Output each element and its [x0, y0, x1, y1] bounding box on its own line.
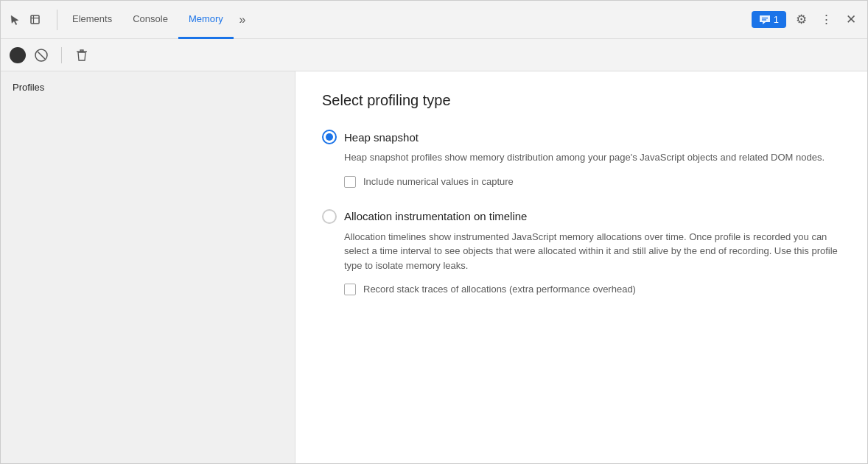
toolbar-right: 1 ⚙ ⋮ ✕ — [752, 10, 861, 30]
allocation-desc: Allocation timelines show instrumented J… — [344, 230, 841, 273]
allocation-option: Allocation instrumentation on timeline A… — [322, 209, 841, 297]
allocation-radio-row: Allocation instrumentation on timeline — [322, 209, 841, 224]
svg-line-6 — [38, 52, 45, 59]
heap-snapshot-suboption: Include numerical values in capture — [344, 175, 841, 189]
close-button[interactable]: ✕ — [841, 10, 861, 30]
allocation-label: Allocation instrumentation on timeline — [344, 210, 527, 222]
action-bar — [1, 39, 867, 71]
inspect-icon[interactable] — [27, 12, 43, 28]
feedback-button[interactable]: 1 — [752, 11, 786, 28]
clear-icon — [35, 49, 48, 62]
heap-snapshot-desc: Heap snapshot profiles show memory distr… — [344, 150, 841, 165]
heap-snapshot-radio[interactable] — [322, 130, 337, 144]
record-button[interactable] — [10, 47, 26, 63]
toolbar-left-icons — [7, 12, 52, 28]
numerical-values-checkbox[interactable] — [344, 176, 356, 188]
profiles-section-label: Profiles — [1, 71, 295, 103]
numerical-values-label: Include numerical values in capture — [363, 175, 514, 189]
feedback-icon — [759, 15, 771, 25]
allocation-radio[interactable] — [322, 209, 337, 224]
clear-button[interactable] — [32, 46, 51, 65]
content-panel: Select profiling type Heap snapshot Heap… — [295, 71, 867, 464]
settings-button[interactable]: ⚙ — [791, 10, 811, 30]
stack-traces-label: Record stack traces of allocations (extr… — [363, 283, 636, 296]
heap-snapshot-radio-row: Heap snapshot — [322, 130, 841, 144]
more-options-button[interactable]: ⋮ — [816, 10, 836, 30]
cursor-icon[interactable] — [7, 12, 23, 28]
allocation-suboption: Record stack traces of allocations (extr… — [344, 283, 841, 296]
tab-elements[interactable]: Elements — [62, 1, 122, 39]
heap-snapshot-label: Heap snapshot — [344, 131, 419, 144]
tab-memory[interactable]: Memory — [178, 1, 234, 39]
sidebar: Profiles — [1, 71, 295, 464]
stack-traces-checkbox[interactable] — [344, 284, 356, 295]
toolbar-divider-1 — [57, 10, 57, 30]
delete-icon — [76, 49, 88, 62]
svg-rect-0 — [31, 15, 39, 24]
heap-snapshot-option: Heap snapshot Heap snapshot profiles sho… — [322, 130, 841, 189]
tab-bar: Elements Console Memory » — [62, 1, 752, 38]
more-tabs-button[interactable]: » — [234, 11, 251, 29]
tab-console[interactable]: Console — [122, 1, 178, 39]
delete-button[interactable] — [72, 46, 91, 65]
action-divider — [61, 47, 62, 63]
devtools-toolbar: Elements Console Memory » 1 ⚙ ⋮ ✕ — [1, 1, 867, 39]
page-title: Select profiling type — [322, 92, 841, 109]
main-layout: Profiles Select profiling type Heap snap… — [1, 71, 867, 464]
